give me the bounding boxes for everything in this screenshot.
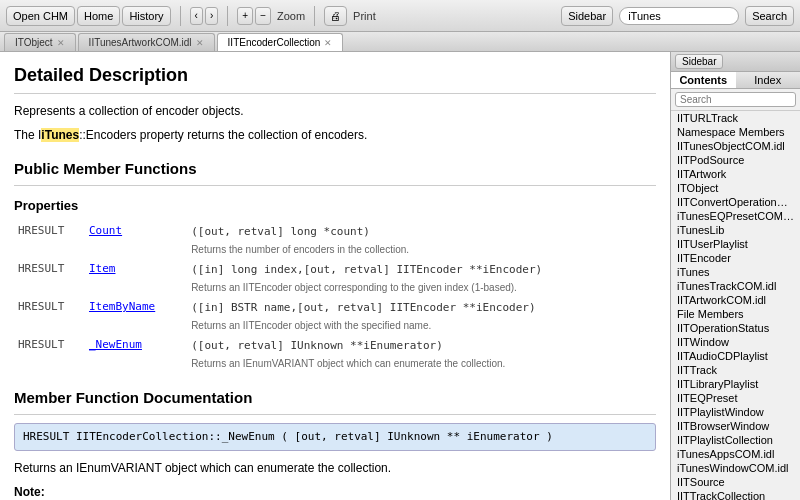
print-button[interactable]: 🖨 xyxy=(324,6,347,26)
nav-group: ‹ › xyxy=(190,7,219,25)
toolbar-left-group: Open CHM Home History xyxy=(6,6,171,26)
history-button[interactable]: History xyxy=(122,6,170,26)
sidebar-list: IITURLTrack Namespace Members IITunesObj… xyxy=(671,111,800,500)
tab-close-iitencodercollection[interactable]: ✕ xyxy=(324,38,332,48)
note-title: Note: xyxy=(14,485,45,499)
back-button[interactable]: ‹ xyxy=(190,7,203,25)
note-box: Note: This property is available in iTun… xyxy=(14,483,656,500)
sidebar-item-iitplaylistwindow[interactable]: IITPlaylistWindow xyxy=(671,405,800,419)
home-button[interactable]: Home xyxy=(77,6,120,26)
zoom-label: Zoom xyxy=(277,10,305,22)
sidebar-item-iitsource[interactable]: IITSource xyxy=(671,475,800,489)
separator-3 xyxy=(314,6,315,26)
tab-close-itobject[interactable]: ✕ xyxy=(57,38,65,48)
sidebar-item-ituneswindowcom[interactable]: iTunesWindowCOM.idl xyxy=(671,461,800,475)
sidebar-item-ituneslib[interactable]: iTunesLib xyxy=(671,223,800,237)
content-pane: Detailed Description Represents a collec… xyxy=(0,52,670,500)
prop-type-1: HRESULT xyxy=(14,221,85,259)
sidebar-item-iitpodsource[interactable]: IITPodSource xyxy=(671,153,800,167)
sidebar-toggle-button[interactable]: Sidebar xyxy=(561,6,613,26)
sidebar-header: Sidebar xyxy=(671,52,800,72)
tab-itobject[interactable]: ITObject ✕ xyxy=(4,33,76,51)
main-area: Detailed Description Represents a collec… xyxy=(0,52,800,500)
prop-type-2: HRESULT xyxy=(14,259,85,297)
sidebar-tab-index[interactable]: Index xyxy=(736,72,801,88)
sidebar-item-iitlibraryplaylist[interactable]: IITLibraryPlaylist xyxy=(671,377,800,391)
tab-iitencodercollection[interactable]: IITEncoderCollection ✕ xyxy=(217,33,344,51)
sidebar-item-iiteqpreset[interactable]: IITEQPreset xyxy=(671,391,800,405)
sidebar-item-ituneseqpresetcom[interactable]: iTunesEQPresetCOM.idl xyxy=(671,209,800,223)
sidebar-search-input[interactable] xyxy=(675,92,796,107)
function-signature-block: HRESULT IITEncoderCollection::_NewEnum (… xyxy=(14,423,656,452)
sidebar-item-iitunesobjectcom[interactable]: IITunesObjectCOM.idl xyxy=(671,139,800,153)
sidebar-item-iitplaylistcollection[interactable]: IITPlaylistCollection xyxy=(671,433,800,447)
sidebar-item-iitconvertoperation[interactable]: IITConvertOperationStatus... xyxy=(671,195,800,209)
sidebar-item-iittrackcollection[interactable]: IITTrackCollection xyxy=(671,489,800,500)
prop-name-4[interactable]: _NewEnum xyxy=(85,335,187,373)
sidebar-item-iiturlttrack[interactable]: IITURLTrack xyxy=(671,111,800,125)
zoom-group: + − xyxy=(237,7,271,25)
member-function-doc-title: Member Function Documentation xyxy=(14,387,656,415)
sidebar-tab-contents[interactable]: Contents xyxy=(671,72,736,88)
right-sidebar: Sidebar Contents Index IITURLTrack Names… xyxy=(670,52,800,500)
open-chm-button[interactable]: Open CHM xyxy=(6,6,75,26)
sidebar-item-itobject[interactable]: ITObject xyxy=(671,181,800,195)
tab-close-iitunesartwork[interactable]: ✕ xyxy=(196,38,204,48)
sidebar-item-itunestrackcom[interactable]: iTunesTrackCOM.idl xyxy=(671,279,800,293)
sidebar-item-itunes[interactable]: iTunes xyxy=(671,265,800,279)
prop-sig-3: ([in] BSTR name,[out, retval] IITEncoder… xyxy=(187,297,656,335)
intro-paragraph: Represents a collection of encoder objec… xyxy=(14,102,656,120)
sidebar-item-iitoperationstatus[interactable]: IITOperationStatus xyxy=(671,321,800,335)
public-member-functions-title: Public Member Functions xyxy=(14,158,656,186)
main-search-input[interactable] xyxy=(619,7,739,25)
sidebar-search xyxy=(671,89,800,111)
sidebar-item-iitbrowserwindow[interactable]: IITBrowserWindow xyxy=(671,419,800,433)
sidebar-item-iitwindow[interactable]: IITWindow xyxy=(671,335,800,349)
prop-sig-4: ([out, retval] IUnknown **iEnumerator) R… xyxy=(187,335,656,373)
sidebar-item-iitencoder[interactable]: IITEncoder xyxy=(671,251,800,265)
function-desc: Returns an IEnumVARIANT object which can… xyxy=(14,459,656,477)
forward-button[interactable]: › xyxy=(205,7,218,25)
table-row: HRESULT Count ([out, retval] long *count… xyxy=(14,221,656,259)
search-button[interactable]: Search xyxy=(745,6,794,26)
prop-name-3[interactable]: ItemByName xyxy=(85,297,187,335)
table-row: HRESULT ItemByName ([in] BSTR name,[out,… xyxy=(14,297,656,335)
toolbar: Open CHM Home History ‹ › + − Zoom 🖨 Pri… xyxy=(0,0,800,32)
print-label: Print xyxy=(353,10,376,22)
table-row: HRESULT _NewEnum ([out, retval] IUnknown… xyxy=(14,335,656,373)
zoom-in-button[interactable]: + xyxy=(237,7,253,25)
detailed-description-title: Detailed Description xyxy=(14,62,656,94)
prop-name-2[interactable]: Item xyxy=(85,259,187,297)
sidebar-item-iitartwork[interactable]: IITArtwork xyxy=(671,167,800,181)
sidebar-item-iittrack[interactable]: IITTrack xyxy=(671,363,800,377)
sidebar-item-itunesappscom[interactable]: iTunesAppsCOM.idl xyxy=(671,447,800,461)
table-row: HRESULT Item ([in] long index,[out, retv… xyxy=(14,259,656,297)
prop-sig-2: ([in] long index,[out, retval] IITEncode… xyxy=(187,259,656,297)
zoom-out-button[interactable]: − xyxy=(255,7,271,25)
properties-table: HRESULT Count ([out, retval] long *count… xyxy=(14,221,656,373)
sidebar-item-iituserplaylist[interactable]: IITUserPlaylist xyxy=(671,237,800,251)
tab-iitunesartwork[interactable]: IITunesArtworkCOM.idl ✕ xyxy=(78,33,215,51)
prop-type-3: HRESULT xyxy=(14,297,85,335)
property-suffix: ::Encoders property returns the collecti… xyxy=(79,128,367,142)
separator-1 xyxy=(180,6,181,26)
prop-sig-1: ([out, retval] long *count) Returns the … xyxy=(187,221,656,259)
sidebar-tabs: Contents Index xyxy=(671,72,800,89)
properties-subtitle: Properties xyxy=(14,196,656,216)
separator-2 xyxy=(227,6,228,26)
sidebar-toggle[interactable]: Sidebar xyxy=(675,54,723,69)
prop-type-4: HRESULT xyxy=(14,335,85,373)
sidebar-item-namespace-members[interactable]: Namespace Members xyxy=(671,125,800,139)
prop-name-1[interactable]: Count xyxy=(85,221,187,259)
sidebar-item-iitartworkcom[interactable]: IITArtworkCOM.idl xyxy=(671,293,800,307)
itunes-highlight-1: iTunes xyxy=(41,128,79,142)
sidebar-item-file-members[interactable]: File Members xyxy=(671,307,800,321)
property-paragraph: The IiTunes::Encoders property returns t… xyxy=(14,126,656,144)
sidebar-item-iitaudiocdplaylist[interactable]: IITAudioCDPlaylist xyxy=(671,349,800,363)
tabbar: ITObject ✕ IITunesArtworkCOM.idl ✕ IITEn… xyxy=(0,32,800,52)
